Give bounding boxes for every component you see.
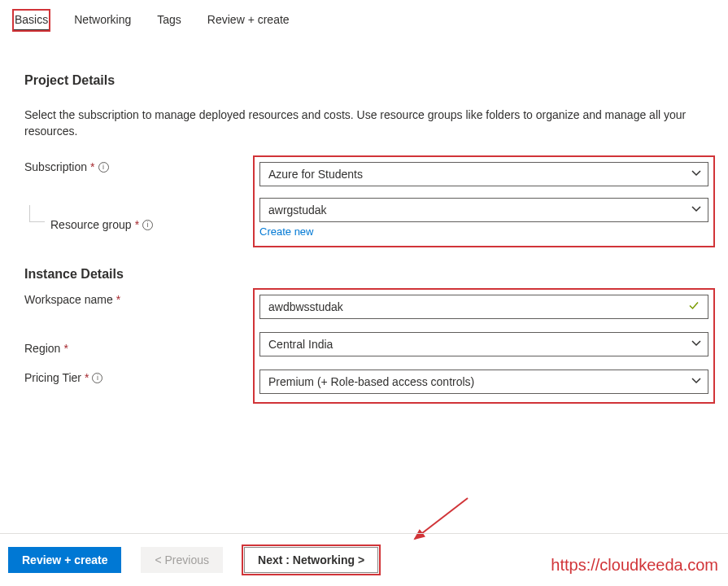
- instance-details-heading: Instance Details: [24, 267, 712, 282]
- resource-group-label-text: Resource group: [50, 218, 132, 231]
- next-button-highlight: Next : Networking >: [242, 545, 380, 575]
- region-label: Region *: [24, 337, 256, 355]
- chevron-down-icon: [691, 168, 701, 181]
- region-select[interactable]: Central India: [259, 332, 708, 356]
- pricing-tier-select[interactable]: Premium (+ Role-based access controls): [259, 370, 708, 394]
- subscription-label-text: Subscription: [24, 160, 87, 173]
- next-networking-button[interactable]: Next : Networking >: [244, 547, 378, 573]
- required-indicator: *: [135, 218, 139, 231]
- subscription-label: Subscription * i: [24, 155, 256, 173]
- review-create-button[interactable]: Review + create: [8, 547, 121, 573]
- project-fields-highlight: Azure for Students awrgstudak Create new: [253, 155, 715, 247]
- required-indicator: *: [90, 160, 94, 173]
- tab-basics[interactable]: Basics: [13, 10, 50, 31]
- pricing-tier-label: Pricing Tier * i: [24, 366, 256, 384]
- previous-button: < Previous: [141, 547, 223, 573]
- info-icon[interactable]: i: [98, 162, 109, 173]
- check-icon: [688, 300, 700, 314]
- resource-group-label: Resource group * i: [24, 213, 256, 231]
- subscription-select[interactable]: Azure for Students: [259, 162, 708, 186]
- watermark-text: https://cloudkeeda.com: [551, 556, 718, 575]
- chevron-down-icon: [691, 375, 701, 388]
- workspace-name-value: awdbwsstudak: [268, 300, 343, 313]
- subscription-value: Azure for Students: [268, 168, 363, 181]
- tabs-bar: Basics Networking Tags Review + create: [0, 0, 728, 37]
- required-indicator: *: [116, 293, 120, 306]
- create-new-link[interactable]: Create new: [259, 225, 313, 238]
- pricing-tier-label-text: Pricing Tier: [24, 371, 81, 384]
- info-icon[interactable]: i: [142, 220, 153, 230]
- region-value: Central India: [268, 338, 333, 351]
- workspace-name-label: Workspace name *: [24, 288, 256, 306]
- info-icon[interactable]: i: [92, 373, 102, 383]
- required-indicator: *: [85, 371, 89, 384]
- pricing-tier-value: Premium (+ Role-based access controls): [268, 375, 474, 388]
- workspace-name-label-text: Workspace name: [24, 293, 113, 306]
- chevron-down-icon: [691, 203, 701, 216]
- tab-networking[interactable]: Networking: [72, 10, 133, 31]
- chevron-down-icon: [691, 338, 701, 351]
- resource-group-select[interactable]: awrgstudak: [259, 198, 708, 222]
- required-indicator: *: [63, 342, 68, 355]
- project-details-description: Select the subscription to manage deploy…: [24, 107, 712, 139]
- project-details-heading: Project Details: [24, 73, 712, 88]
- tab-tags[interactable]: Tags: [155, 10, 183, 31]
- workspace-name-input[interactable]: awdbwsstudak: [259, 295, 708, 319]
- tab-review-create[interactable]: Review + create: [206, 10, 291, 31]
- resource-group-value: awrgstudak: [268, 203, 327, 216]
- region-label-text: Region: [24, 342, 60, 355]
- instance-fields-highlight: awdbwsstudak Central India Premium (+ Ro…: [253, 288, 715, 404]
